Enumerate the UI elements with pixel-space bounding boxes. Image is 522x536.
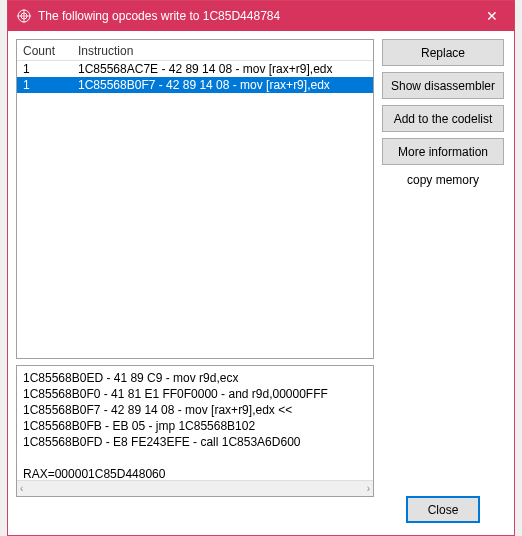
disasm-line: 1C85568B0FB - EB 05 - jmp 1C85568B102 bbox=[23, 418, 367, 434]
cell-count: 1 bbox=[17, 62, 72, 76]
scroll-right-icon[interactable]: › bbox=[367, 481, 370, 497]
spacer bbox=[382, 193, 504, 490]
table-row[interactable]: 11C85568AC7E - 42 89 14 08 - mov [rax+r9… bbox=[17, 61, 373, 77]
list-header: Count Instruction bbox=[17, 42, 373, 61]
disasm-line: 1C85568B0ED - 41 89 C9 - mov r9d,ecx bbox=[23, 370, 367, 386]
close-button[interactable]: Close bbox=[406, 496, 480, 523]
disasm-line bbox=[23, 450, 367, 466]
opcode-list[interactable]: Count Instruction 11C85568AC7E - 42 89 1… bbox=[16, 39, 374, 359]
app-icon bbox=[16, 8, 32, 24]
add-to-codelist-button[interactable]: Add to the codelist bbox=[382, 105, 504, 132]
cell-instruction: 1C85568B0F7 - 42 89 14 08 - mov [rax+r9]… bbox=[72, 78, 373, 92]
dialog-window: The following opcodes write to 1C85D4487… bbox=[7, 0, 515, 536]
right-column: Replace Show disassembler Add to the cod… bbox=[382, 39, 504, 525]
cell-instruction: 1C85568AC7E - 42 89 14 08 - mov [rax+r9]… bbox=[72, 62, 373, 76]
disasm-line: 1C85568B0FD - E8 FE243EFE - call 1C853A6… bbox=[23, 434, 367, 450]
disasm-line: 1C85568B0F0 - 41 81 E1 FF0F0000 - and r9… bbox=[23, 386, 367, 402]
show-disassembler-button[interactable]: Show disassembler bbox=[382, 72, 504, 99]
left-column: Count Instruction 11C85568AC7E - 42 89 1… bbox=[16, 39, 374, 525]
content-area: Count Instruction 11C85568AC7E - 42 89 1… bbox=[8, 31, 514, 535]
titlebar: The following opcodes write to 1C85D4487… bbox=[8, 1, 514, 31]
list-rows: 11C85568AC7E - 42 89 14 08 - mov [rax+r9… bbox=[17, 61, 373, 93]
header-count[interactable]: Count bbox=[17, 44, 72, 58]
disassembly-box[interactable]: 1C85568B0ED - 41 89 C9 - mov r9d,ecx1C85… bbox=[16, 365, 374, 497]
scroll-left-icon[interactable]: ‹ bbox=[20, 481, 23, 497]
close-icon: ✕ bbox=[486, 8, 498, 24]
disasm-line: 1C85568B0F7 - 42 89 14 08 - mov [rax+r9]… bbox=[23, 402, 367, 418]
window-close-button[interactable]: ✕ bbox=[469, 1, 514, 31]
header-instruction[interactable]: Instruction bbox=[72, 44, 373, 58]
disassembly-lines: 1C85568B0ED - 41 89 C9 - mov r9d,ecx1C85… bbox=[23, 370, 367, 497]
replace-button[interactable]: Replace bbox=[382, 39, 504, 66]
copy-memory-link[interactable]: copy memory bbox=[382, 171, 504, 187]
window-title: The following opcodes write to 1C85D4487… bbox=[38, 9, 469, 23]
more-information-button[interactable]: More information bbox=[382, 138, 504, 165]
horizontal-scrollbar[interactable]: ‹ › bbox=[17, 480, 373, 496]
table-row[interactable]: 11C85568B0F7 - 42 89 14 08 - mov [rax+r9… bbox=[17, 77, 373, 93]
cell-count: 1 bbox=[17, 78, 72, 92]
